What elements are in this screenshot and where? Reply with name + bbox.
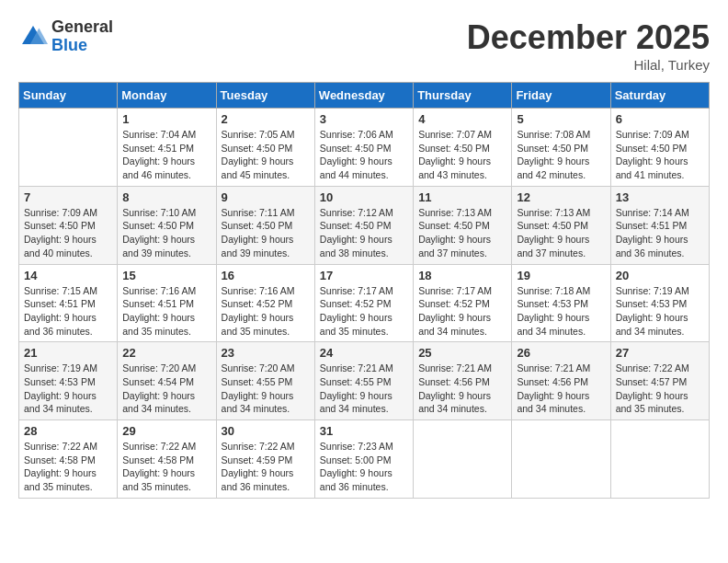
day-info: Sunrise: 7:05 AMSunset: 4:50 PMDaylight:…	[222, 128, 310, 182]
calendar-cell: 8Sunrise: 7:10 AMSunset: 4:50 PMDaylight…	[118, 186, 216, 264]
page-header: General Blue December 2025 Hilal, Turkey	[18, 18, 710, 73]
calendar-cell: 24Sunrise: 7:21 AMSunset: 4:55 PMDayligh…	[314, 342, 413, 420]
header-day-friday: Friday	[512, 83, 610, 109]
calendar-cell: 1Sunrise: 7:04 AMSunset: 4:51 PMDaylight…	[118, 109, 216, 187]
calendar-cell: 6Sunrise: 7:09 AMSunset: 4:50 PMDaylight…	[610, 109, 709, 187]
day-number: 16	[222, 269, 310, 282]
location: Hilal, Turkey	[467, 57, 710, 73]
day-info: Sunrise: 7:17 AMSunset: 4:52 PMDaylight:…	[418, 284, 506, 339]
week-row-1: 1Sunrise: 7:04 AMSunset: 4:51 PMDaylight…	[19, 109, 710, 187]
day-number: 9	[222, 190, 310, 204]
header-day-thursday: Thursday	[414, 83, 512, 109]
header-day-wednesday: Wednesday	[314, 83, 413, 109]
calendar-cell: 19Sunrise: 7:18 AMSunset: 4:53 PMDayligh…	[512, 264, 610, 342]
calendar-cell: 4Sunrise: 7:07 AMSunset: 4:50 PMDaylight…	[414, 109, 512, 187]
calendar-cell: 18Sunrise: 7:17 AMSunset: 4:52 PMDayligh…	[414, 264, 512, 342]
calendar-cell	[19, 109, 118, 187]
logo-text: General Blue	[51, 18, 113, 55]
day-info: Sunrise: 7:09 AMSunset: 4:50 PMDaylight:…	[24, 206, 112, 260]
header-row: SundayMondayTuesdayWednesdayThursdayFrid…	[19, 83, 710, 109]
day-info: Sunrise: 7:18 AMSunset: 4:53 PMDaylight:…	[517, 284, 605, 339]
day-number: 26	[517, 346, 605, 360]
day-number: 12	[517, 190, 605, 204]
day-info: Sunrise: 7:22 AMSunset: 4:58 PMDaylight:…	[122, 440, 210, 494]
day-info: Sunrise: 7:20 AMSunset: 4:54 PMDaylight:…	[122, 362, 210, 416]
calendar-cell: 3Sunrise: 7:06 AMSunset: 4:50 PMDaylight…	[314, 109, 413, 187]
logo-blue: Blue	[51, 37, 113, 55]
calendar-cell: 26Sunrise: 7:21 AMSunset: 4:56 PMDayligh…	[512, 342, 610, 420]
day-info: Sunrise: 7:21 AMSunset: 4:56 PMDaylight:…	[418, 362, 506, 416]
day-info: Sunrise: 7:22 AMSunset: 4:59 PMDaylight:…	[222, 440, 310, 494]
day-info: Sunrise: 7:15 AMSunset: 4:51 PMDaylight:…	[24, 284, 112, 339]
day-info: Sunrise: 7:13 AMSunset: 4:50 PMDaylight:…	[517, 206, 605, 260]
calendar-cell: 10Sunrise: 7:12 AMSunset: 4:50 PMDayligh…	[314, 186, 413, 264]
day-info: Sunrise: 7:23 AMSunset: 5:00 PMDaylight:…	[320, 440, 408, 494]
calendar-cell: 20Sunrise: 7:19 AMSunset: 4:53 PMDayligh…	[610, 264, 709, 342]
calendar-table: SundayMondayTuesdayWednesdayThursdayFrid…	[18, 82, 710, 499]
title-block: December 2025 Hilal, Turkey	[467, 18, 710, 73]
day-number: 24	[320, 346, 408, 360]
day-number: 3	[320, 112, 408, 126]
month-title: December 2025	[467, 18, 710, 57]
calendar-cell	[610, 420, 709, 499]
day-number: 15	[122, 269, 210, 282]
calendar-cell: 5Sunrise: 7:08 AMSunset: 4:50 PMDaylight…	[512, 109, 610, 187]
header-day-monday: Monday	[118, 83, 216, 109]
calendar-cell	[512, 420, 610, 499]
day-number: 23	[222, 346, 310, 360]
calendar-cell: 29Sunrise: 7:22 AMSunset: 4:58 PMDayligh…	[118, 420, 216, 499]
calendar-cell: 14Sunrise: 7:15 AMSunset: 4:51 PMDayligh…	[19, 264, 118, 342]
calendar-cell: 7Sunrise: 7:09 AMSunset: 4:50 PMDaylight…	[19, 186, 118, 264]
week-row-4: 21Sunrise: 7:19 AMSunset: 4:53 PMDayligh…	[19, 342, 710, 420]
calendar-body: 1Sunrise: 7:04 AMSunset: 4:51 PMDaylight…	[19, 109, 710, 499]
day-number: 29	[122, 424, 210, 438]
calendar-cell: 11Sunrise: 7:13 AMSunset: 4:50 PMDayligh…	[414, 186, 512, 264]
day-number: 5	[517, 112, 605, 126]
day-number: 11	[418, 190, 506, 204]
calendar-cell: 9Sunrise: 7:11 AMSunset: 4:50 PMDaylight…	[216, 186, 314, 264]
day-info: Sunrise: 7:16 AMSunset: 4:51 PMDaylight:…	[122, 284, 210, 339]
day-number: 31	[320, 424, 408, 438]
day-info: Sunrise: 7:19 AMSunset: 4:53 PMDaylight:…	[24, 362, 112, 416]
day-info: Sunrise: 7:14 AMSunset: 4:51 PMDaylight:…	[616, 206, 704, 260]
calendar-cell: 31Sunrise: 7:23 AMSunset: 5:00 PMDayligh…	[314, 420, 413, 499]
day-number: 14	[24, 269, 112, 282]
day-number: 2	[222, 112, 310, 126]
calendar-cell: 2Sunrise: 7:05 AMSunset: 4:50 PMDaylight…	[216, 109, 314, 187]
calendar-cell: 22Sunrise: 7:20 AMSunset: 4:54 PMDayligh…	[118, 342, 216, 420]
day-info: Sunrise: 7:07 AMSunset: 4:50 PMDaylight:…	[418, 128, 506, 182]
logo-general: General	[51, 18, 113, 37]
calendar-cell: 12Sunrise: 7:13 AMSunset: 4:50 PMDayligh…	[512, 186, 610, 264]
calendar-cell: 16Sunrise: 7:16 AMSunset: 4:52 PMDayligh…	[216, 264, 314, 342]
day-number: 17	[320, 269, 408, 282]
calendar-cell: 15Sunrise: 7:16 AMSunset: 4:51 PMDayligh…	[118, 264, 216, 342]
day-info: Sunrise: 7:13 AMSunset: 4:50 PMDaylight:…	[418, 206, 506, 260]
header-day-sunday: Sunday	[19, 83, 118, 109]
day-info: Sunrise: 7:09 AMSunset: 4:50 PMDaylight:…	[616, 128, 704, 182]
day-info: Sunrise: 7:11 AMSunset: 4:50 PMDaylight:…	[222, 206, 310, 260]
day-info: Sunrise: 7:12 AMSunset: 4:50 PMDaylight:…	[320, 206, 408, 260]
day-number: 28	[24, 424, 112, 438]
calendar-cell: 13Sunrise: 7:14 AMSunset: 4:51 PMDayligh…	[610, 186, 709, 264]
day-info: Sunrise: 7:20 AMSunset: 4:55 PMDaylight:…	[222, 362, 310, 416]
day-number: 10	[320, 190, 408, 204]
day-number: 22	[122, 346, 210, 360]
logo-icon	[18, 22, 48, 52]
day-info: Sunrise: 7:19 AMSunset: 4:53 PMDaylight:…	[616, 284, 704, 339]
week-row-5: 28Sunrise: 7:22 AMSunset: 4:58 PMDayligh…	[19, 420, 710, 499]
logo: General Blue	[18, 18, 113, 55]
day-info: Sunrise: 7:06 AMSunset: 4:50 PMDaylight:…	[320, 128, 408, 182]
calendar-cell: 21Sunrise: 7:19 AMSunset: 4:53 PMDayligh…	[19, 342, 118, 420]
calendar-header: SundayMondayTuesdayWednesdayThursdayFrid…	[19, 83, 710, 109]
day-info: Sunrise: 7:16 AMSunset: 4:52 PMDaylight:…	[222, 284, 310, 339]
day-info: Sunrise: 7:10 AMSunset: 4:50 PMDaylight:…	[122, 206, 210, 260]
calendar-cell: 27Sunrise: 7:22 AMSunset: 4:57 PMDayligh…	[610, 342, 709, 420]
day-info: Sunrise: 7:21 AMSunset: 4:55 PMDaylight:…	[320, 362, 408, 416]
day-number: 20	[616, 269, 704, 282]
week-row-3: 14Sunrise: 7:15 AMSunset: 4:51 PMDayligh…	[19, 264, 710, 342]
day-info: Sunrise: 7:22 AMSunset: 4:57 PMDaylight:…	[616, 362, 704, 416]
calendar-cell: 23Sunrise: 7:20 AMSunset: 4:55 PMDayligh…	[216, 342, 314, 420]
header-day-tuesday: Tuesday	[216, 83, 314, 109]
day-number: 7	[24, 190, 112, 204]
day-info: Sunrise: 7:17 AMSunset: 4:52 PMDaylight:…	[320, 284, 408, 339]
